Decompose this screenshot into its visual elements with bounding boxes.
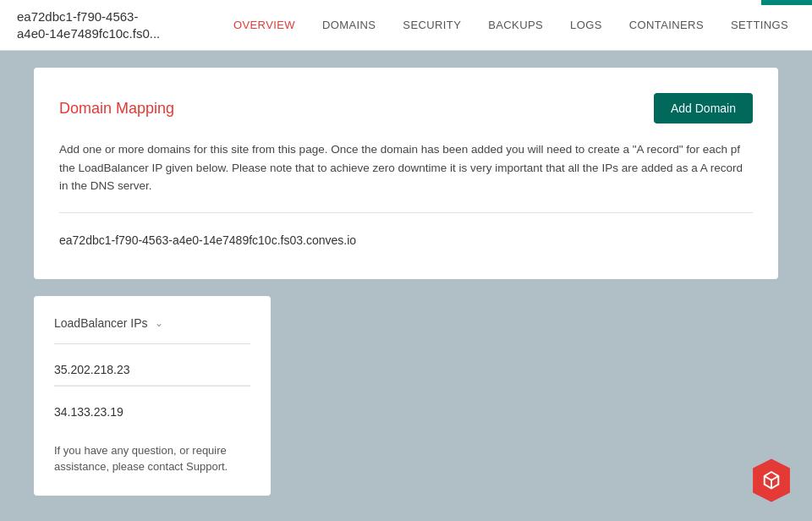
nav-logs[interactable]: LOGS bbox=[557, 0, 616, 51]
card-divider bbox=[59, 212, 753, 213]
domain-mapping-description: Add one or more domains for this site fr… bbox=[59, 140, 753, 195]
nav-backups[interactable]: BACKUPS bbox=[475, 0, 557, 51]
lb-title: LoadBalancer IPs bbox=[54, 316, 148, 330]
loadbalancer-card: LoadBalancer IPs ⌄ 35.202.218.23 34.133.… bbox=[34, 296, 271, 496]
top-bar: ea72dbc1-f790-4563- a4e0-14e7489fc10c.fs… bbox=[0, 0, 812, 51]
card-header: Domain Mapping Add Domain bbox=[59, 93, 753, 123]
lb-ip-2: 34.133.23.19 bbox=[54, 397, 250, 427]
nav-settings[interactable]: SETTINGS bbox=[717, 0, 802, 51]
lb-divider bbox=[54, 343, 250, 344]
main-content: Domain Mapping Add Domain Add one or mor… bbox=[0, 51, 812, 521]
domain-entry: ea72dbc1-f790-4563-a4e0-14e7489fc10c.fs0… bbox=[59, 227, 753, 254]
site-id: ea72dbc1-f790-4563- a4e0-14e7489fc10c.fs… bbox=[17, 8, 203, 41]
lb-ip-1: 35.202.218.23 bbox=[54, 354, 250, 386]
nav-domains[interactable]: DOMAINS bbox=[309, 0, 389, 51]
floating-action-button[interactable] bbox=[748, 457, 795, 504]
chevron-down-icon: ⌄ bbox=[155, 317, 163, 329]
nav-security[interactable]: SECURITY bbox=[389, 0, 475, 51]
nav-links: OVERVIEW DOMAINS SECURITY BACKUPS LOGS C… bbox=[220, 0, 802, 51]
nav-overview[interactable]: OVERVIEW bbox=[220, 0, 309, 51]
nav-containers[interactable]: CONTAINERS bbox=[616, 0, 717, 51]
domain-mapping-card: Domain Mapping Add Domain Add one or mor… bbox=[34, 68, 778, 279]
domain-mapping-title: Domain Mapping bbox=[59, 100, 174, 118]
lb-support-text: If you have any question, or require ass… bbox=[54, 439, 250, 475]
lb-header[interactable]: LoadBalancer IPs ⌄ bbox=[54, 316, 250, 330]
lb-ip-divider bbox=[54, 386, 250, 387]
add-domain-button[interactable]: Add Domain bbox=[654, 93, 753, 123]
